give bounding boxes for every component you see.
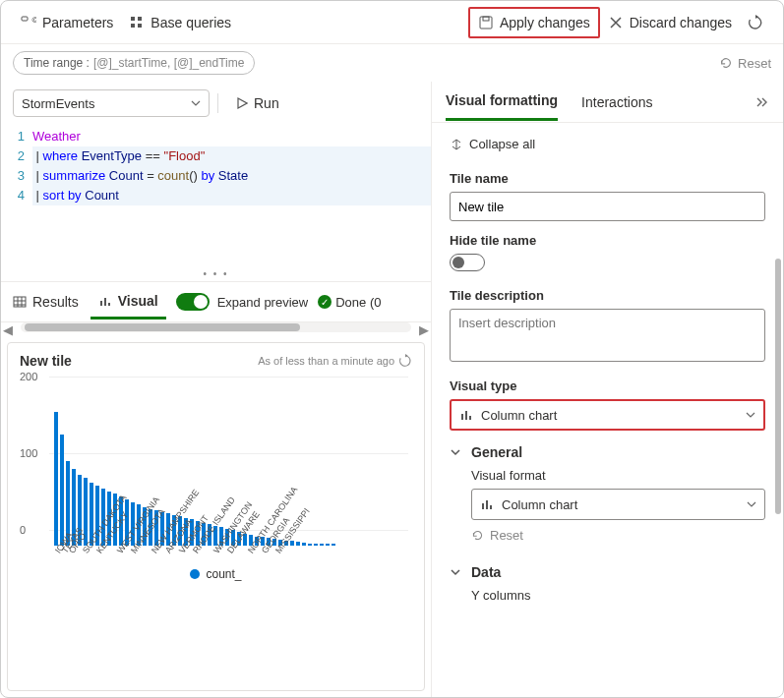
svg-rect-4	[138, 17, 142, 21]
base-queries-button[interactable]: Base queries	[121, 9, 239, 36]
x-axis-labels: IOWATEXASOHIOSOUTH DAKOTAKENTUCKYWEST VI…	[20, 550, 412, 559]
chart-legend: count_	[20, 559, 412, 583]
tab-results[interactable]: Results	[5, 286, 87, 318]
column-chart-icon	[480, 497, 494, 511]
visual-type-select[interactable]: Column chart	[450, 399, 765, 431]
database-select[interactable]: StormEvents	[13, 89, 210, 117]
table-icon	[13, 295, 27, 309]
svg-rect-9	[100, 301, 102, 306]
visual-format-select[interactable]: Column chart	[471, 489, 765, 520]
reset-general-label: Reset	[490, 528, 523, 543]
grid-icon	[129, 15, 145, 30]
check-icon: ✓	[318, 295, 332, 309]
undo-icon	[471, 529, 484, 542]
tab-visual[interactable]: Visual	[90, 285, 166, 320]
bar	[296, 542, 300, 546]
discard-changes-button[interactable]: Discard changes	[600, 9, 740, 36]
visual-type-label: Visual type	[450, 378, 765, 393]
bar	[326, 544, 330, 546]
svg-rect-3	[131, 24, 135, 28]
svg-text:@: @	[31, 15, 36, 24]
right-tabstrip: Visual formatting Interactions	[432, 82, 783, 123]
visual-format-value: Column chart	[502, 497, 577, 512]
chevron-down-icon	[746, 410, 755, 420]
chart-timestamp: As of less than a minute ago	[258, 354, 412, 368]
bar	[308, 544, 312, 546]
refresh-button[interactable]	[740, 9, 771, 36]
reset-time-button[interactable]: Reset	[718, 55, 771, 71]
tile-name-input[interactable]	[450, 192, 765, 221]
section-data[interactable]: Data	[450, 564, 765, 580]
bar	[320, 544, 324, 546]
y-tick-100: 100	[20, 447, 37, 459]
query-editor[interactable]: 1 2 3 4 Weather | where EventType == "Fl…	[1, 125, 431, 207]
split-handle[interactable]: • • •	[1, 266, 431, 281]
section-general[interactable]: General	[450, 444, 765, 460]
database-value: StormEvents	[22, 96, 94, 111]
bar	[302, 543, 306, 546]
refresh-icon	[748, 15, 763, 30]
chart-card: New tile As of less than a minute ago 20…	[7, 342, 425, 691]
scroll-right-button[interactable]: ▶	[417, 322, 431, 336]
tab-interactions[interactable]: Interactions	[581, 85, 652, 120]
tab-results-label: Results	[32, 294, 79, 310]
chevron-down-icon	[747, 499, 756, 509]
discard-changes-label: Discard changes	[630, 15, 732, 30]
y-tick-200: 200	[20, 371, 37, 382]
tile-desc-label: Tile description	[450, 288, 765, 303]
tile-name-label: Tile name	[450, 171, 765, 186]
expand-preview-toggle[interactable]	[176, 293, 210, 311]
bar	[54, 412, 58, 547]
horizontal-scrollbar[interactable]	[21, 322, 411, 332]
results-tabstrip: Results Visual Expand preview ✓ Done (0	[1, 281, 431, 322]
apply-changes-label: Apply changes	[500, 15, 590, 30]
tile-desc-input[interactable]	[450, 309, 765, 362]
y-columns-label: Y columns	[471, 588, 765, 603]
refresh-chart-icon[interactable]	[398, 354, 412, 368]
close-icon	[608, 15, 624, 30]
scroll-left-button[interactable]: ◀	[1, 322, 15, 336]
apply-changes-button[interactable]: Apply changes	[468, 7, 600, 38]
collapse-all-label: Collapse all	[469, 137, 535, 151]
data-label: Data	[471, 564, 501, 580]
collapse-panel-button[interactable]	[755, 95, 769, 109]
svg-rect-6	[480, 17, 492, 29]
chart-title: New tile	[20, 353, 72, 369]
right-pane: Visual formatting Interactions Collapse …	[432, 82, 783, 697]
time-range-pill[interactable]: Time range : [@]_startTime, [@]_endTime	[13, 51, 255, 75]
svg-rect-7	[483, 17, 489, 21]
bar-chart-icon	[98, 294, 112, 308]
done-label: Done (0	[335, 295, 381, 310]
bar	[332, 544, 335, 546]
vertical-scrollbar[interactable]	[775, 259, 781, 514]
hide-tile-toggle[interactable]	[450, 254, 485, 271]
bar	[60, 435, 64, 546]
chevron-down-icon	[191, 98, 201, 108]
base-queries-label: Base queries	[151, 15, 231, 30]
y-tick-0: 0	[20, 524, 26, 536]
tab-visual-label: Visual	[118, 293, 158, 309]
svg-rect-5	[138, 24, 142, 28]
left-pane: StormEvents Run 1 2 3 4 Weath	[1, 82, 432, 697]
svg-rect-13	[465, 411, 467, 420]
chevron-down-icon	[450, 566, 461, 578]
gutter: 1 2 3 4	[1, 125, 32, 207]
svg-rect-15	[482, 503, 484, 509]
visual-type-value: Column chart	[481, 408, 557, 423]
parameters-label: Parameters	[42, 15, 113, 30]
run-button[interactable]: Run	[226, 91, 289, 115]
collapse-all-button[interactable]: Collapse all	[450, 131, 535, 157]
reset-general-button[interactable]: Reset	[471, 520, 523, 551]
svg-rect-17	[490, 505, 492, 509]
parameters-button[interactable]: @ Parameters	[13, 9, 121, 36]
chevron-down-icon	[450, 446, 461, 458]
legend-swatch	[190, 569, 200, 579]
bar	[314, 544, 318, 546]
tab-visual-formatting[interactable]: Visual formatting	[446, 83, 558, 121]
save-icon	[478, 15, 494, 30]
code-body[interactable]: Weather | where EventType == "Flood" | s…	[32, 125, 431, 207]
parameters-icon: @	[21, 15, 36, 30]
svg-rect-12	[461, 414, 463, 420]
general-label: General	[471, 444, 522, 460]
column-chart-icon	[459, 408, 473, 422]
